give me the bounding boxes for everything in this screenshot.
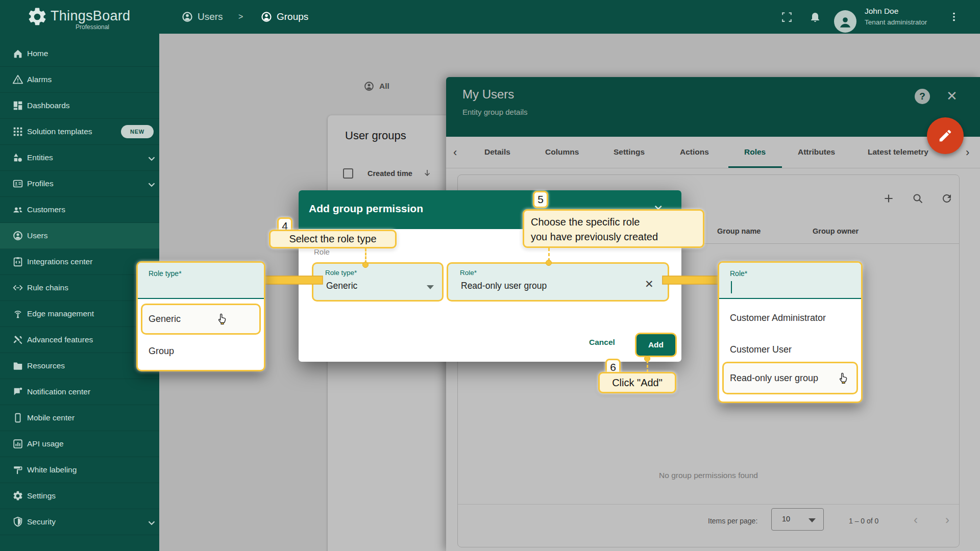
sidebar-item-integrations-center[interactable]: Integrations center: [0, 249, 159, 275]
sidebar-item-rule-chains[interactable]: Rule chains: [0, 275, 159, 301]
people-icon: [12, 204, 23, 215]
sidebar-item-api-usage[interactable]: API usage: [0, 431, 159, 457]
logo-title[interactable]: ThingsBoard: [51, 8, 130, 24]
clear-icon[interactable]: ✕: [645, 278, 654, 290]
person-circle-icon: [12, 230, 23, 241]
sidebar-item-edge-management[interactable]: Edge management: [0, 301, 159, 327]
chevron-down-icon: [146, 153, 157, 164]
cancel-button[interactable]: Cancel: [586, 337, 618, 347]
kebab-menu-icon[interactable]: [948, 11, 960, 22]
thingsboard-app: All Groups User groups Created time Name…: [0, 0, 980, 551]
home-icon: [12, 48, 23, 59]
sidebar-item-profiles[interactable]: Profiles: [0, 171, 159, 197]
role-type-dropdown-label: Role type*: [149, 269, 182, 278]
code-icon: [12, 282, 23, 293]
breadcrumb-groups[interactable]: Groups: [260, 0, 308, 34]
sidebar-item-customers[interactable]: Customers: [0, 197, 159, 223]
role-dropdown-label: Role*: [730, 269, 747, 278]
role-value: Read-only user group: [461, 281, 547, 291]
sidebar: Home Alarms Dashboards Solution template…: [0, 34, 159, 551]
phone-icon: [12, 412, 23, 423]
sidebar-item-solution-templates[interactable]: Solution templates NEW: [0, 119, 159, 145]
folder-icon: [12, 360, 23, 371]
add-button[interactable]: Add: [635, 333, 677, 357]
sidebar-item-advanced-features[interactable]: Advanced features: [0, 327, 159, 353]
grid-icon: [12, 126, 23, 137]
tools-icon: [12, 334, 23, 345]
role-section-label: Role: [314, 247, 330, 256]
role-type-select[interactable]: Role type* Generic: [312, 262, 444, 302]
option-customer-user[interactable]: Customer User: [730, 344, 792, 355]
modal-title: Add group permission: [309, 203, 423, 215]
chart-box-icon: [12, 438, 23, 449]
role-type-label: Role type*: [325, 269, 357, 277]
role-label: Role*: [460, 269, 477, 277]
sidebar-item-notification-center[interactable]: Notification center: [0, 379, 159, 405]
fullscreen-icon[interactable]: [780, 11, 793, 23]
sidebar-item-security[interactable]: Security: [0, 509, 159, 535]
sidebar-item-resources[interactable]: Resources: [0, 353, 159, 379]
antenna-icon: [12, 308, 23, 319]
chevron-down-icon: [146, 179, 157, 190]
person-circle-icon: [260, 11, 273, 23]
option-generic[interactable]: Generic: [149, 314, 181, 324]
sidebar-item-settings[interactable]: Settings: [0, 483, 159, 509]
chevron-down-icon: [146, 517, 157, 529]
sidebar-item-users[interactable]: Users: [0, 223, 159, 249]
breadcrumb-separator: >: [238, 0, 243, 34]
gear-icon: [12, 490, 23, 502]
bell-icon[interactable]: [809, 11, 821, 23]
user-role: Tenant administrator: [865, 18, 927, 26]
role-autocomplete[interactable]: Role* Read-only user group ✕: [447, 262, 669, 302]
sidebar-item-home[interactable]: Home: [0, 41, 159, 67]
thingsboard-logo-icon: [27, 6, 48, 28]
top-bar: ThingsBoard Professional Users > Groups …: [0, 0, 980, 34]
callout-5-number: 5: [533, 191, 548, 208]
hand-cursor-icon: [837, 371, 850, 384]
option-customer-administrator[interactable]: Customer Administrator: [730, 313, 826, 323]
person-circle-icon: [181, 11, 193, 23]
sidebar-item-entities[interactable]: Entities: [0, 145, 159, 171]
integration-icon: [12, 256, 23, 267]
sidebar-item-mobile-center[interactable]: Mobile center: [0, 405, 159, 431]
role-dropdown-field[interactable]: Role*: [719, 263, 861, 299]
edit-fab-button[interactable]: [927, 117, 964, 154]
notification-icon: [12, 386, 23, 397]
shield-icon: [12, 516, 23, 528]
new-badge: NEW: [121, 125, 154, 138]
role-type-value: Generic: [326, 281, 357, 291]
sidebar-item-dashboards[interactable]: Dashboards: [0, 93, 159, 119]
sidebar-item-alarms[interactable]: Alarms: [0, 67, 159, 93]
callout-4-dot: [362, 262, 369, 268]
text-cursor: [731, 281, 732, 293]
callout-4-box: Select the role type: [269, 230, 397, 248]
callout-4-connector: [365, 248, 366, 263]
id-card-icon: [12, 178, 23, 189]
role-type-dropdown-field[interactable]: Role type*: [138, 263, 264, 299]
paint-roller-icon: [12, 464, 23, 475]
callout-6-connector: [647, 360, 648, 372]
role-type-dropdown: Role type* Generic Group: [136, 261, 265, 371]
person-icon: [837, 14, 853, 30]
chevron-down-icon: [427, 285, 434, 289]
user-name: John Doe: [865, 7, 898, 16]
sidebar-item-white-labeling[interactable]: White labeling: [0, 457, 159, 483]
callout-5-box: Choose the specific role you have previo…: [523, 209, 704, 248]
breadcrumb-users-label: Users: [198, 11, 223, 22]
logo-subtitle: Professional: [76, 23, 109, 31]
breadcrumb-groups-label: Groups: [277, 11, 308, 22]
role-dropdown: Role* Customer Administrator Customer Us…: [718, 261, 863, 403]
avatar[interactable]: [834, 10, 856, 33]
warning-icon: [12, 74, 23, 85]
shapes-icon: [12, 152, 23, 163]
pencil-icon: [938, 128, 953, 143]
breadcrumb-users[interactable]: Users: [181, 0, 223, 34]
callout-6-box: Click "Add": [598, 372, 676, 393]
option-read-only-user-group[interactable]: Read-only user group: [730, 373, 818, 384]
option-group[interactable]: Group: [149, 346, 174, 357]
dashboard-icon: [12, 100, 23, 111]
hand-cursor-icon: [215, 312, 229, 325]
callout-5-dot: [546, 260, 552, 266]
